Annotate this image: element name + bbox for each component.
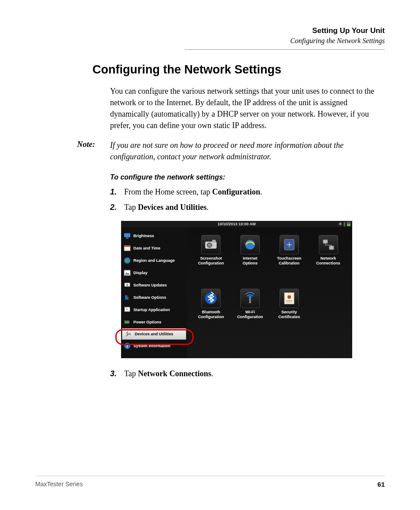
sidebar-item-date-and-time[interactable]: Date and Time — [121, 242, 187, 254]
status-timestamp: 10/10/2013 10:00 AM — [217, 222, 256, 226]
sidebar-item-display[interactable]: Display — [121, 267, 187, 279]
tile-label: Wi-FiConfiguration — [237, 310, 263, 319]
tile-label: BluetoothConfiguration — [198, 310, 224, 319]
header-rule — [185, 49, 385, 50]
tile-bluetooth-configuration[interactable]: BluetoothConfiguration — [192, 289, 231, 337]
info-icon: i — [124, 342, 131, 349]
embedded-screenshot: 10/10/2013 10:00 AM ✱ ‖ BrightnessDate a… — [121, 221, 352, 358]
settings-sidebar: BrightnessDate and TimeRegion and Langua… — [121, 227, 187, 358]
bluetooth-status-icon: ✱ — [339, 221, 342, 227]
step-number: 2. — [110, 203, 124, 212]
footer-series: MaxTester Series — [35, 481, 83, 488]
sidebar-item-startup-application[interactable]: Startup Application — [121, 304, 187, 316]
tile-label: ScreenshotConfiguration — [198, 256, 224, 266]
page-heading: Configuring the Network Settings — [92, 63, 385, 77]
tile-security-certificates[interactable]: SecurityCertificates — [270, 289, 309, 337]
svg-rect-22 — [323, 240, 328, 243]
note-text: If you are not sure on how to proceed or… — [110, 140, 385, 162]
sidebar-item-brightness[interactable]: Brightness — [121, 230, 187, 242]
sidebar-item-label: Date and Time — [133, 246, 160, 250]
tile-wi-fi-configuration[interactable]: Wi-FiConfiguration — [231, 289, 270, 337]
page-footer: MaxTester Series 61 — [35, 476, 385, 488]
chapter-title: Setting Up Your Unit — [185, 26, 385, 35]
tile-touchscreen-calibration[interactable]: TouchscreenCalibration — [270, 235, 309, 283]
sidebar-item-label: Software Updates — [133, 283, 167, 287]
startup-icon — [124, 306, 131, 313]
svg-rect-10 — [125, 321, 129, 323]
intro-paragraph: You can configure the various network se… — [110, 85, 385, 131]
tile-internet-options[interactable]: InternetOptions — [231, 235, 270, 283]
svg-rect-25 — [249, 298, 251, 303]
signal-icon: ‖ — [343, 221, 346, 227]
tools-icon — [125, 330, 132, 338]
globe-icon — [124, 257, 131, 264]
tile-screenshot-configuration[interactable]: ScreenshotConfiguration — [192, 235, 231, 283]
sidebar-item-label: Startup Application — [133, 308, 170, 312]
sidebar-item-label: Devices and Utilities — [135, 332, 173, 336]
procedure-heading: To configure the network settings: — [110, 173, 385, 181]
cert-icon — [280, 289, 299, 308]
step-1: 1. From the Home screen, tap Configurati… — [110, 187, 385, 197]
sidebar-item-label: System Information — [133, 344, 170, 348]
svg-rect-1 — [126, 238, 129, 238]
tile-label: NetworkConnections — [316, 256, 340, 266]
section-title: Configuring the Network Settings — [185, 37, 385, 45]
svg-point-28 — [287, 295, 291, 299]
step-number: 1. — [110, 187, 124, 197]
sidebar-item-label: Power Options — [133, 320, 162, 324]
sidebar-item-label: Display — [133, 271, 147, 275]
puzzle-icon — [124, 294, 131, 301]
calendar-icon — [124, 245, 131, 252]
footer-page-number: 61 — [377, 481, 385, 488]
status-bar: 10/10/2013 10:00 AM ✱ ‖ — [121, 221, 352, 227]
sidebar-item-software-options[interactable]: Software Options — [121, 291, 187, 304]
svg-rect-11 — [129, 322, 130, 323]
step-text: From the Home screen, tap Configuration. — [124, 187, 262, 197]
svg-rect-0 — [124, 233, 130, 237]
sidebar-item-software-updates[interactable]: Software Updates — [121, 279, 187, 291]
battery-icon — [347, 222, 350, 226]
step-3: 3. Tap Network Connections. — [110, 369, 385, 378]
step-2: 2. Tap Devices and Utilities. — [110, 203, 385, 212]
svg-point-26 — [249, 296, 251, 298]
bluetooth-icon — [201, 289, 221, 308]
ie-icon — [240, 235, 260, 254]
step-text: Tap Devices and Utilities. — [124, 203, 209, 212]
tile-label: InternetOptions — [243, 256, 258, 266]
svg-rect-23 — [329, 246, 334, 249]
sidebar-item-devices-and-utilities[interactable]: Devices and Utilities — [122, 328, 186, 340]
svg-rect-3 — [124, 246, 130, 247]
step-text: Tap Network Connections. — [124, 369, 213, 378]
sidebar-item-label: Brightness — [133, 234, 154, 238]
note-label: Note: — [77, 140, 110, 162]
settings-tiles: ScreenshotConfigurationInternetOptionsTo… — [187, 227, 352, 358]
tile-network-connections[interactable]: NetworkConnections — [309, 235, 348, 283]
sidebar-item-system-information[interactable]: iSystem Information — [121, 340, 187, 352]
sidebar-item-region-and-language[interactable]: Region and Language — [121, 254, 187, 267]
svg-rect-5 — [124, 270, 130, 275]
network-icon — [319, 235, 338, 254]
svg-point-17 — [208, 243, 211, 247]
camera-icon — [201, 235, 221, 254]
step-number: 3. — [110, 369, 124, 378]
tile-label: TouchscreenCalibration — [277, 256, 301, 266]
sidebar-item-power-options[interactable]: Power Options — [121, 316, 187, 328]
touch-icon — [280, 235, 299, 254]
tile-label: SecurityCertificates — [278, 310, 300, 319]
update-icon — [124, 282, 131, 289]
svg-rect-15 — [212, 240, 216, 242]
monitor-icon — [124, 232, 131, 239]
picture-icon — [124, 269, 131, 276]
battery-icon — [124, 319, 131, 326]
sidebar-item-label: Software Options — [133, 295, 166, 300]
wifi-icon — [240, 289, 260, 308]
sidebar-item-label: Region and Language — [133, 258, 175, 263]
